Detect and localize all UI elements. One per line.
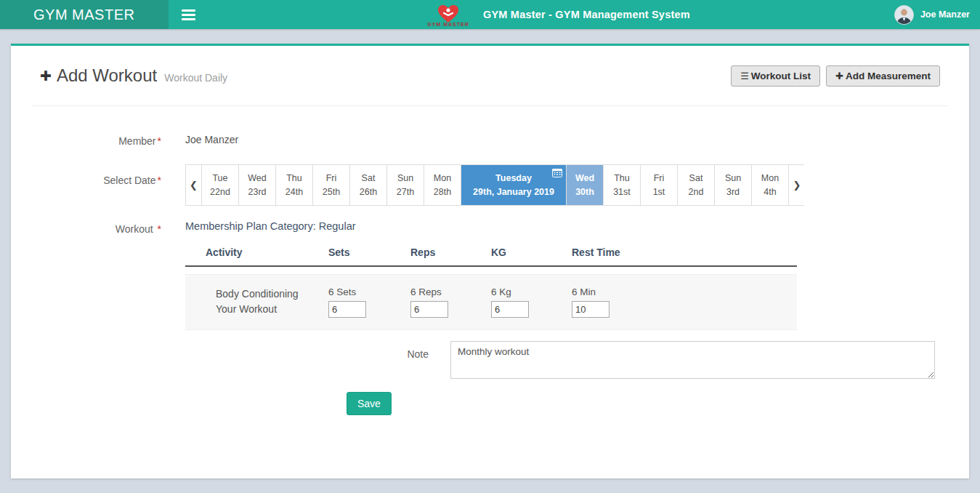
workout-list-button[interactable]: ☰ Workout List xyxy=(731,65,820,87)
col-kg: KG xyxy=(491,246,572,258)
calendar-icon xyxy=(552,168,562,180)
list-icon: ☰ xyxy=(740,71,749,81)
date-tile[interactable]: Fri25th xyxy=(313,165,350,205)
date-tile-selected[interactable]: Tuesday29th, January 2019 xyxy=(461,165,567,205)
workout-table-header: Activity Sets Reps KG Rest Time xyxy=(185,246,797,267)
sets-hint: 6 Sets xyxy=(328,286,410,297)
note-textarea[interactable]: Monthly workout xyxy=(450,341,935,379)
plan-category: Membership Plan Category: Regular xyxy=(185,220,947,232)
chevron-left-icon: ❮ xyxy=(190,180,198,191)
app-title: GYM Master - GYM Management System xyxy=(483,9,690,20)
app-header: GYM MASTER GYM MASTER GYM Master - GYM M… xyxy=(0,0,980,29)
sets-input[interactable] xyxy=(328,301,366,318)
date-tile-today[interactable]: Wed30th xyxy=(567,165,604,205)
add-measurement-button[interactable]: ✚ Add Measurement xyxy=(826,65,940,87)
page-subtitle: Workout Daily xyxy=(164,72,227,84)
activity-cell: Body Conditioning Your Workout xyxy=(206,286,328,318)
logo-text: GYM MASTER xyxy=(425,22,471,27)
app-logo: GYM MASTER xyxy=(425,3,471,27)
header-center: GYM MASTER GYM Master - GYM Management S… xyxy=(425,0,690,29)
col-rest-time: Rest Time xyxy=(572,246,797,258)
date-prev-button[interactable]: ❮ xyxy=(186,165,202,205)
required-marker: * xyxy=(158,175,161,186)
select-date-label: Select Date* xyxy=(33,164,161,206)
add-workout-form: Member* Joe Manzer Select Date* ❮ Tue22n… xyxy=(11,106,969,415)
col-activity: Activity xyxy=(206,246,328,258)
avatar xyxy=(894,5,914,25)
page-title: Add Workout xyxy=(57,65,157,86)
col-sets: Sets xyxy=(328,246,410,258)
date-tile[interactable]: Thu31st xyxy=(604,165,641,205)
brand-label: GYM MASTER xyxy=(33,7,134,23)
kg-input[interactable] xyxy=(491,301,529,318)
date-tile[interactable]: Thu24th xyxy=(276,165,313,205)
card-heading: ✚ Add Workout Workout Daily ☰ Workout Li… xyxy=(11,46,969,105)
heart-logo-icon xyxy=(437,4,459,23)
date-tile[interactable]: Mon4th xyxy=(752,165,789,205)
date-next-button[interactable]: ❯ xyxy=(789,165,805,205)
user-name: Joe Manzer xyxy=(920,9,970,20)
hamburger-menu-icon[interactable] xyxy=(177,4,199,25)
kg-hint: 6 Kg xyxy=(491,286,572,297)
workout-table: Activity Sets Reps KG Rest Time Body Con… xyxy=(185,246,797,330)
reps-hint: 6 Reps xyxy=(410,286,491,297)
member-label: Member* xyxy=(33,134,161,147)
member-value: Joe Manzer xyxy=(185,134,947,147)
save-button[interactable]: Save xyxy=(347,392,392,415)
date-paginator: ❮ Tue22nd Wed23rd Thu24th Fri25th xyxy=(185,164,804,206)
date-tile[interactable]: Sat2nd xyxy=(678,165,715,205)
user-menu[interactable]: Joe Manzer xyxy=(894,0,970,29)
workout-label: Workout * xyxy=(33,220,161,415)
workout-table-row: Body Conditioning Your Workout 6 Sets 6 … xyxy=(185,274,797,330)
plus-icon: ✚ xyxy=(40,68,52,84)
note-label: Note xyxy=(185,341,429,379)
plus-icon: ✚ xyxy=(835,71,843,81)
required-marker: * xyxy=(158,135,161,147)
rest-time-input[interactable] xyxy=(572,301,610,318)
date-tile[interactable]: Sun27th xyxy=(387,165,424,205)
date-tile[interactable]: Mon28th xyxy=(424,165,461,205)
date-tile[interactable]: Tue22nd xyxy=(202,165,239,205)
date-tile[interactable]: Sat26th xyxy=(350,165,387,205)
reps-input[interactable] xyxy=(410,301,448,318)
date-tile[interactable]: Wed23rd xyxy=(239,165,276,205)
rest-time-hint: 6 Min xyxy=(572,286,797,297)
brand[interactable]: GYM MASTER xyxy=(0,0,169,29)
add-workout-card: ✚ Add Workout Workout Daily ☰ Workout Li… xyxy=(11,44,969,478)
required-marker: * xyxy=(158,223,161,235)
col-reps: Reps xyxy=(410,246,491,258)
date-tile[interactable]: Fri1st xyxy=(641,165,678,205)
date-tile[interactable]: Sun3rd xyxy=(715,165,752,205)
chevron-right-icon: ❯ xyxy=(793,180,801,191)
